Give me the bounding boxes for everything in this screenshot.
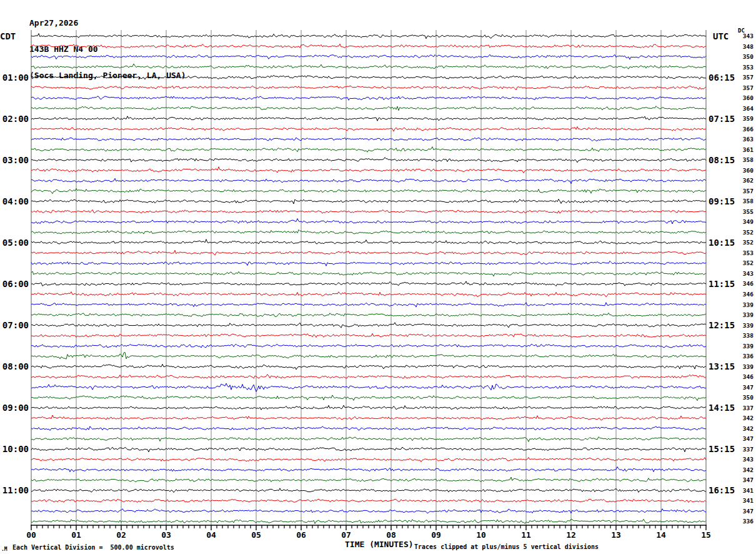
seismogram-trace-row bbox=[31, 281, 706, 286]
seismogram-trace-row bbox=[31, 323, 706, 328]
left-hour-label: 07:00 bbox=[0, 320, 29, 330]
clip-note: Traces clipped at plus/minus 5 vertical … bbox=[414, 543, 599, 550]
dc-offset-value: 357 bbox=[735, 188, 754, 194]
seismogram-plot bbox=[0, 0, 756, 554]
seismogram-trace-row bbox=[31, 250, 706, 255]
dc-offset-value: 359 bbox=[735, 115, 754, 122]
seismogram-trace-row bbox=[31, 395, 706, 401]
x-axis-tick-label: 04 bbox=[202, 530, 220, 540]
left-hour-label: 10:00 bbox=[0, 444, 29, 454]
scale-note: Each Vertical Division = 500.00 microvol… bbox=[12, 544, 174, 551]
x-axis bbox=[31, 525, 707, 530]
dc-offset-value: 360 bbox=[735, 94, 754, 101]
dc-offset-value: 361 bbox=[735, 146, 754, 153]
seismogram-trace-row bbox=[31, 467, 706, 472]
seismogram-trace-row bbox=[31, 509, 706, 513]
dc-offset-value: 357 bbox=[735, 84, 754, 91]
dc-offset-value: 337 bbox=[735, 405, 754, 411]
dc-offset-value: 350 bbox=[735, 53, 754, 60]
corner-mark: .M bbox=[1, 546, 7, 552]
x-axis-tick-label: 05 bbox=[247, 530, 265, 540]
left-hour-label: 11:00 bbox=[0, 485, 29, 495]
seismogram-trace-row bbox=[31, 239, 706, 244]
x-axis-tick-label: 13 bbox=[607, 530, 625, 540]
seismogram-trace-row bbox=[31, 75, 706, 79]
dc-offset-value: 336 bbox=[735, 518, 754, 525]
seismogram-trace-row bbox=[31, 519, 706, 523]
dc-offset-value: 342 bbox=[735, 466, 754, 473]
dc-offset-value: 341 bbox=[735, 497, 754, 504]
seismogram-trace-row bbox=[31, 86, 706, 90]
dc-offset-value: 358 bbox=[735, 198, 754, 204]
seismogram-trace-row bbox=[31, 219, 706, 224]
left-hour-label: 06:00 bbox=[0, 279, 29, 289]
dc-offset-value: 339 bbox=[735, 301, 754, 308]
seismogram-trace-row bbox=[31, 375, 706, 379]
seismogram-trace-row bbox=[31, 158, 706, 163]
dc-offset-value: 352 bbox=[735, 259, 754, 266]
dc-offset-value: 346 bbox=[735, 291, 754, 298]
dc-offset-value: 339 bbox=[735, 311, 754, 318]
x-axis-tick-label: 03 bbox=[157, 530, 175, 540]
seismogram-trace-row bbox=[31, 138, 706, 141]
dc-offset-value: 339 bbox=[735, 343, 754, 350]
seismogram-trace-row bbox=[31, 458, 706, 462]
left-hour-label: 03:00 bbox=[0, 155, 29, 165]
dc-offset-value: 338 bbox=[735, 332, 754, 339]
seismogram-trace-row bbox=[31, 352, 706, 359]
dc-offset-value: 347 bbox=[735, 435, 754, 442]
dc-offset-value: 346 bbox=[735, 373, 754, 380]
dc-offset-value: 364 bbox=[735, 105, 754, 112]
dc-offset-value: 342 bbox=[735, 415, 754, 421]
seismogram-trace-row bbox=[31, 96, 706, 100]
seismogram-trace-row bbox=[31, 44, 706, 48]
dc-offset-value: 341 bbox=[735, 487, 754, 494]
seismogram-trace-row bbox=[31, 477, 706, 481]
seismogram-trace-row bbox=[31, 271, 706, 276]
seismogram-trace-row bbox=[31, 209, 706, 213]
x-axis-title: TIME (MINUTES) bbox=[345, 540, 414, 549]
dc-offset-value: 353 bbox=[735, 249, 754, 256]
dc-offset-value: 355 bbox=[735, 208, 754, 215]
dc-offset-value: 339 bbox=[735, 363, 754, 370]
seismogram-trace-row bbox=[31, 313, 706, 317]
seismogram-trace-row bbox=[31, 405, 706, 410]
seismogram-trace-row bbox=[31, 499, 706, 502]
left-hour-label: 09:00 bbox=[0, 403, 29, 413]
minute-gridlines bbox=[31, 30, 706, 525]
dc-offset-value: 347 bbox=[735, 508, 754, 515]
seismogram-trace-row bbox=[31, 127, 706, 132]
dc-offset-value: 349 bbox=[735, 218, 754, 225]
left-hour-label: 05:00 bbox=[0, 238, 29, 248]
x-axis-tick-label: 09 bbox=[427, 530, 445, 540]
seismogram-trace-row bbox=[31, 116, 706, 121]
dc-offset-value: 347 bbox=[735, 384, 754, 391]
seismogram-trace-row bbox=[31, 64, 706, 69]
dc-offset-value: 352 bbox=[735, 229, 754, 236]
seismogram-trace-row bbox=[31, 292, 706, 297]
waveform-traces bbox=[31, 34, 706, 524]
dc-offset-value: 336 bbox=[735, 353, 754, 360]
dc-offset-value: 343 bbox=[735, 33, 754, 39]
dc-offset-value: 357 bbox=[735, 74, 754, 81]
dc-offset-value: 347 bbox=[735, 476, 754, 483]
seismogram-trace-row bbox=[31, 147, 706, 153]
dc-offset-value: 350 bbox=[735, 394, 754, 401]
seismogram-trace-row bbox=[31, 189, 706, 194]
seismogram-trace-row bbox=[31, 34, 706, 39]
helicorder-page: Apr27,2026 143B HHZ N4 00 (Socs Landing,… bbox=[0, 0, 756, 554]
seismogram-trace-row bbox=[31, 261, 706, 266]
dc-offset-value: 337 bbox=[735, 446, 754, 453]
x-axis-tick-label: 00 bbox=[22, 530, 40, 540]
left-hour-label: 02:00 bbox=[0, 114, 29, 124]
x-axis-tick-label: 08 bbox=[382, 530, 400, 540]
dc-offset-value: 343 bbox=[735, 270, 754, 277]
seismogram-trace-row bbox=[31, 488, 706, 493]
seismogram-trace-row bbox=[31, 54, 706, 59]
seismogram-trace-row bbox=[31, 365, 706, 370]
left-hour-label: 04:00 bbox=[0, 196, 29, 206]
seismogram-trace-row bbox=[31, 426, 706, 431]
seismogram-trace-row bbox=[31, 437, 706, 442]
seismogram-trace-row bbox=[31, 229, 706, 234]
x-axis-tick-label: 15 bbox=[697, 530, 715, 540]
